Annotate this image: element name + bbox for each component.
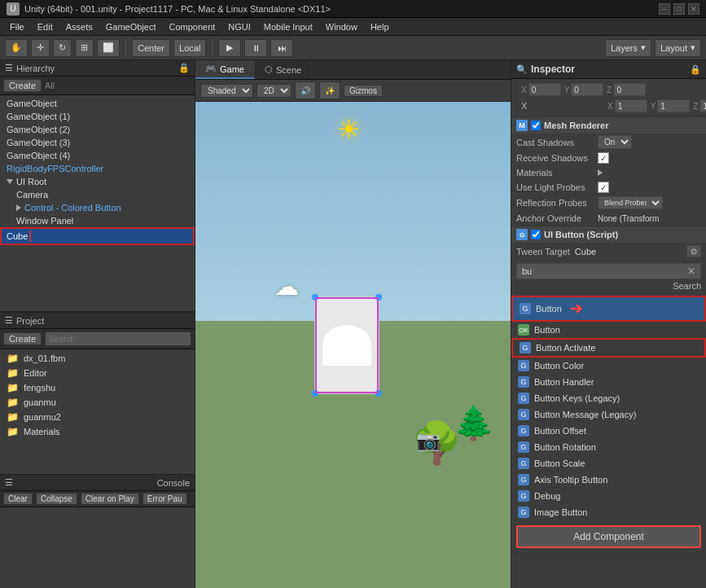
2d-dropdown[interactable]: 2D [257,84,292,98]
console-clear-on-play-button[interactable]: Clear on Play [81,493,139,505]
hierarchy-item-window-panel[interactable]: Window Panel [0,214,195,227]
size-z: Z [693,99,706,112]
window-controls: ─ □ ✕ [659,3,699,15]
console-error-pause-button[interactable]: Error Pau [143,493,187,505]
size-z-input[interactable] [699,99,706,112]
shaded-dropdown[interactable]: Shaded [200,84,253,98]
search-clear-icon[interactable]: ✕ [687,265,695,277]
add-component-button[interactable]: Add Component [516,525,701,548]
rect-tool[interactable]: ⬜ [97,39,120,57]
project-item-dx01fbm[interactable]: 📁 dx_01.fbm [0,351,195,366]
hierarchy-filter-all[interactable]: All [45,81,55,90]
mesh-renderer-header[interactable]: M Mesh Renderer [511,117,706,134]
ui-button-header[interactable]: G UI Button (Script) [511,226,706,243]
minimize-button[interactable]: ─ [659,3,670,15]
rotate-tool[interactable]: ↻ [53,39,72,57]
lock-icon[interactable]: 🔒 [690,64,701,75]
audio-toggle[interactable]: 🔊 [295,81,316,99]
project-search-input[interactable] [45,331,191,346]
hierarchy-item-camera[interactable]: Camera [0,188,195,201]
menu-assets[interactable]: Assets [59,20,99,33]
size-x-input[interactable] [615,99,647,112]
hierarchy-item-gameobject3[interactable]: GameObject (3) [0,136,195,149]
tween-target-button[interactable]: ⊙ [686,245,701,257]
project-item-editor[interactable]: 📁 Editor [0,366,195,380]
menu-ngui[interactable]: NGUI [221,20,257,33]
menu-edit[interactable]: Edit [31,20,59,33]
component-button-color[interactable]: G Button Color [511,358,706,374]
hierarchy-item-colored-button[interactable]: Control - Colored Button [0,201,195,214]
component-axis-tooltip[interactable]: G Axis Tooltip Button [511,472,706,488]
materials-expand-icon[interactable] [598,169,603,176]
hierarchy-item-gameobject4[interactable]: GameObject (4) [0,149,195,162]
component-debug[interactable]: G Debug [511,488,706,504]
hierarchy-create-button[interactable]: Create [3,79,42,92]
hierarchy-item-cube[interactable]: Cube [0,227,195,245]
pause-button[interactable]: ⏸ [244,39,267,57]
materials-row: Materials [511,165,706,180]
reflection-probes-dropdown[interactable]: Blend Probes [598,196,663,209]
scene-tab[interactable]: ⬡ Scene [255,60,312,79]
hand-tool[interactable]: ✋ [5,39,28,57]
component-button-handler[interactable]: G Button Handler [511,374,706,390]
component-button-activate[interactable]: G Button Activate [511,338,706,358]
project-create-button[interactable]: Create [3,332,42,345]
layout-dropdown[interactable]: Layout ▾ [655,39,701,57]
hierarchy-item-fps-controller[interactable]: RigidBodyFPSController [0,162,195,175]
mesh-renderer-enable-checkbox[interactable] [531,121,541,130]
component-button-message[interactable]: G Button Message (Legacy) [511,406,706,423]
layers-dropdown[interactable]: Layers ▾ [605,39,651,57]
component-icon-handler: G [518,376,529,388]
component-icon-keys: G [518,393,529,404]
menu-component[interactable]: Component [162,20,221,33]
size-y-input[interactable] [657,99,690,112]
menu-gameobject[interactable]: GameObject [99,20,163,33]
console-collapse-button[interactable]: Collapse [36,493,77,505]
effects-toggle[interactable]: ✨ [319,81,340,99]
position-row: X Y Z [516,81,701,98]
pos-z-input[interactable] [613,83,646,96]
play-button[interactable]: ▶ [218,39,241,57]
menu-window[interactable]: Window [319,20,364,33]
menu-file[interactable]: File [3,20,31,33]
hierarchy-item-gameobject1[interactable]: GameObject (1) [0,110,195,123]
close-button[interactable]: ✕ [688,3,699,15]
step-button[interactable]: ⏭ [270,39,293,57]
game-tab[interactable]: 🎮 Game [195,60,255,79]
component-image-button[interactable]: G Image Button [511,504,706,520]
move-tool[interactable]: ✛ [31,39,50,57]
project-item-materials[interactable]: 📁 Materials [0,424,195,439]
component-button-scale[interactable]: G Button Scale [511,455,706,472]
component-button-ok[interactable]: OK Button [511,322,706,338]
cube-object[interactable] [314,296,379,394]
pos-x-input[interactable] [528,83,561,96]
ui-button-enable-checkbox[interactable] [531,230,541,239]
hierarchy-title: ☰ Hierarchy [5,63,55,73]
console-clear-button[interactable]: Clear [3,493,33,505]
hierarchy-lock-icon[interactable]: 🔒 [178,63,190,73]
use-light-probes-checkbox[interactable]: ✓ [598,182,609,193]
scale-tool[interactable]: ⊞ [75,39,94,57]
hierarchy-item-gameobject2[interactable]: GameObject (2) [0,123,195,136]
cloud-icon-1: ☁ [274,272,299,301]
component-button-offset[interactable]: G Button Offset [511,423,706,439]
folder-icon: 📁 [7,411,19,423]
project-item-guanmu[interactable]: 📁 guanmu [0,395,195,410]
center-button[interactable]: Center [132,39,170,57]
component-search-input[interactable] [522,266,687,276]
component-button-keys[interactable]: G Button Keys (Legacy) [511,390,706,406]
menu-mobile-input[interactable]: Mobile Input [257,20,319,33]
gizmos-button[interactable]: Gizmos [344,85,383,97]
project-item-fengshu[interactable]: 📁 fengshu [0,380,195,395]
menu-help[interactable]: Help [364,20,396,33]
cast-shadows-dropdown[interactable]: On [598,135,632,149]
component-button-rotation[interactable]: G Button Rotation [511,439,706,455]
project-item-guanmu2[interactable]: 📁 guanmu2 [0,410,195,424]
hierarchy-item-ui-root[interactable]: UI Root [0,175,195,188]
receive-shadows-checkbox[interactable]: ✓ [598,152,609,164]
hierarchy-item-gameobject[interactable]: GameObject [0,97,195,110]
component-button-first[interactable]: G Button ➔ [511,296,706,322]
local-button[interactable]: Local [173,39,206,57]
maximize-button[interactable]: □ [673,3,685,15]
pos-y-input[interactable] [571,83,603,96]
